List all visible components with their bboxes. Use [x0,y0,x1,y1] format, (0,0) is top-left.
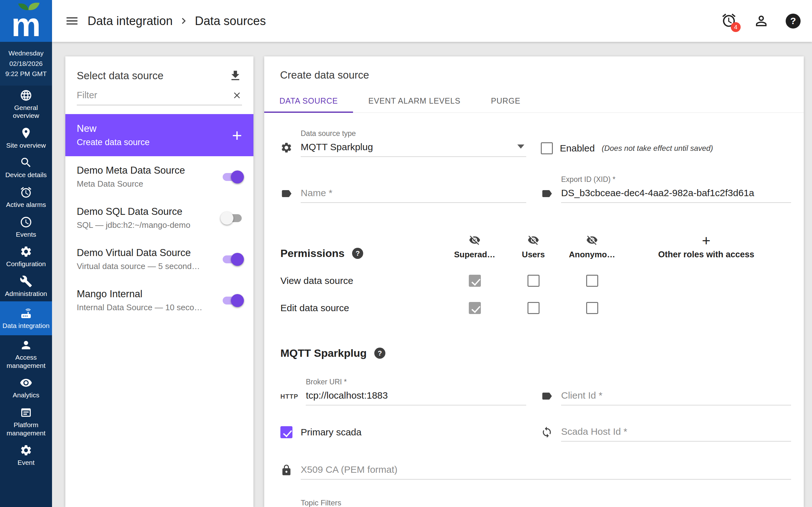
list-item-demo-meta[interactable]: Demo Meta Data Source Meta Data Source [65,156,253,198]
column-label: Anonymo… [569,250,615,260]
permissions-help-button[interactable]: ? [352,248,363,259]
device-icon [20,307,32,320]
list-item-title: Mango Internal [77,288,216,300]
sidebar-item-label: Configuration [6,260,46,268]
scada-host-id-input[interactable] [561,426,791,441]
sidebar-item-configuration[interactable]: Configuration [0,242,52,272]
map-pin-icon [20,127,32,139]
x509-ca-input[interactable] [301,464,791,480]
sidebar-item-platform-management[interactable]: Platform management [0,403,52,441]
primary-scada-checkbox[interactable] [281,426,293,438]
breadcrumb-data-integration[interactable]: Data integration [88,14,172,28]
tab-purge[interactable]: PURGE [476,90,536,112]
list-item-text: Mango Internal Internal Data Source — 10… [77,288,216,313]
list-item-text: Demo SQL Data Source SQL — jdbc:h2:~/man… [77,206,216,230]
row-scada: Primary scada [281,426,791,441]
editor-title: Create data source [264,56,804,90]
topbar: Data integration Data sources 4 ? [52,0,812,42]
new-data-source-item[interactable]: New Create data source + [65,114,253,156]
sidebar-clock: Wednesday 02/18/2026 9:22 PM GMT [0,42,52,86]
enabled-group: Enabled (Does not take effect until save… [541,142,713,157]
sidebar-item-label: Site overview [6,141,46,150]
xid-label: Export ID (XID) * [561,175,791,184]
source-panel-title: Select data source [77,70,163,82]
clock-date: 02/18/2026 [1,59,51,69]
logo-leaves-icon [16,1,41,11]
sidebar-item-device-details[interactable]: Device details [0,153,52,182]
broker-uri-input[interactable] [306,390,526,405]
column-users: Users [504,234,563,260]
column-anonymous: Anonymo… [563,234,621,260]
lock-icon [281,464,293,476]
edit-users-checkbox[interactable] [527,302,540,314]
tab-event-alarm-levels[interactable]: EVENT ALARM LEVELS [353,90,475,112]
enabled-toggle[interactable] [220,169,244,184]
person-icon [20,339,32,351]
permissions-section: Permissions ? Superad… Users [281,233,791,314]
xid-input[interactable] [561,187,791,203]
data-source-type-select[interactable]: MQTT Sparkplug [301,142,526,157]
sidebar-item-site-overview[interactable]: Site overview [0,123,52,153]
download-icon[interactable] [229,69,242,82]
view-anonymous-checkbox[interactable] [586,275,598,287]
list-item-demo-sql[interactable]: Demo SQL Data Source SQL — jdbc:h2:~/man… [65,198,253,239]
sidebar-item-active-alarms[interactable]: Active alarms [0,182,52,212]
view-users-checkbox[interactable] [527,275,540,287]
breadcrumb: Data integration Data sources [88,14,266,28]
eye-slash-icon [527,234,539,246]
sidebar-item-label: Events [16,230,36,239]
edit-superadmin-checkbox[interactable] [469,302,481,314]
sidebar-item-analytics[interactable]: Analytics [0,373,52,403]
sidebar-item-access-management[interactable]: Access management [0,335,52,373]
help-button[interactable]: ? [786,14,801,29]
alarms-button[interactable]: 4 [721,12,737,30]
main-area: Data integration Data sources 4 ? Select… [52,0,812,507]
clear-filter-icon[interactable] [232,90,242,101]
name-input[interactable] [301,187,526,203]
view-superadmin-checkbox[interactable] [469,275,481,287]
mango-logo[interactable]: m [0,0,52,42]
topbar-actions: 4 ? [721,12,801,30]
enabled-toggle[interactable] [220,251,244,267]
list-item-mango-internal[interactable]: Mango Internal Internal Data Source — 10… [65,280,253,321]
topic-filters-label: Topic Filters [301,498,791,507]
list-item-text: Demo Virtual Data Source Virtual data so… [77,247,216,271]
list-item-title: Demo Virtual Data Source [77,247,216,259]
filter-input[interactable] [77,90,232,101]
breadcrumb-data-sources[interactable]: Data sources [195,14,266,28]
wrench-icon [20,275,32,288]
permission-row-edit: Edit data source [281,302,791,314]
sidebar-item-administration[interactable]: Administration [0,272,52,301]
source-panel-header: Select data source [65,56,253,85]
sidebar: m Wednesday 02/18/2026 9:22 PM GMT Gener… [0,0,52,507]
data-source-list-panel: Select data source New Create data sourc… [65,56,253,507]
sidebar-item-event[interactable]: Event [0,441,52,470]
add-role-button[interactable]: + Other roles with access [621,233,791,260]
sidebar-item-label: Access management [1,353,51,370]
mqtt-help-button[interactable]: ? [374,348,386,359]
tab-data-source[interactable]: DATA SOURCE [264,90,353,112]
user-button[interactable] [753,13,769,29]
enabled-checkbox[interactable] [541,142,553,154]
primary-scada-label: Primary scada [301,427,362,438]
clock-time: 9:22 PM GMT [1,69,51,79]
list-item-demo-virtual[interactable]: Demo Virtual Data Source Virtual data so… [65,239,253,280]
alarm-count-badge: 4 [731,22,741,32]
edit-anonymous-checkbox[interactable] [586,302,598,314]
search-icon [20,156,32,169]
gear-icon [281,142,293,154]
enabled-toggle[interactable] [220,210,244,226]
new-item-title: New [77,123,232,134]
sidebar-item-general-overview[interactable]: General overview [0,86,52,123]
editor-body: Data source type MQTT Sparkplug Enabled … [264,113,804,507]
menu-icon[interactable] [65,14,79,28]
broker-uri-label: Broker URI * [306,378,526,386]
sidebar-item-events[interactable]: Events [0,212,52,242]
sidebar-item-data-integration[interactable]: Data integration [0,301,52,336]
eye-slash-icon [469,234,480,246]
sidebar-item-label: Administration [5,290,47,298]
sidebar-nav: General overview Site overview Device de… [0,86,52,507]
client-id-input[interactable] [561,390,791,405]
permission-row-label: Edit data source [281,302,445,314]
enabled-toggle[interactable] [220,293,244,308]
